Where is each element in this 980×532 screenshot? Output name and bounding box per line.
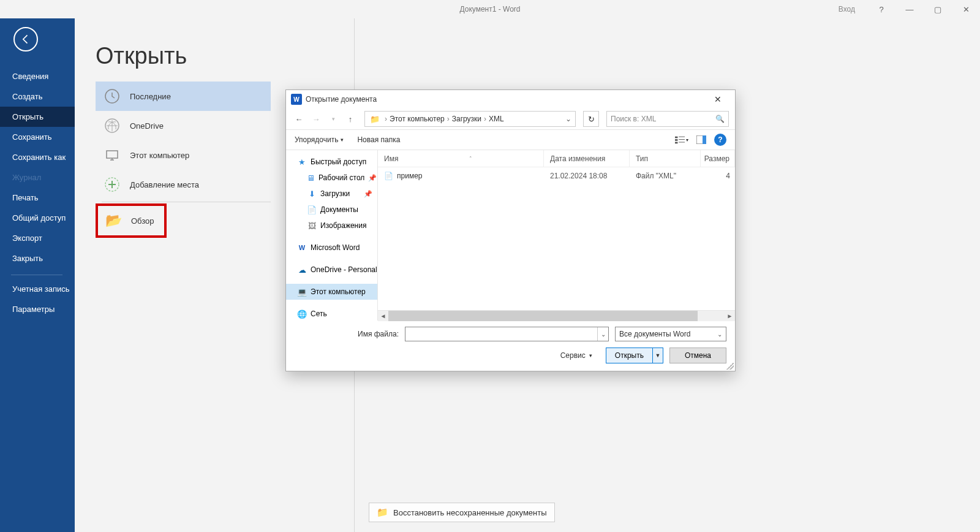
tree-pictures[interactable]: 🖼Изображения	[286, 218, 377, 234]
folder-icon: 📁	[377, 507, 388, 518]
button-row: Сервис▾ Открыть ▼ Отмена	[295, 348, 726, 363]
chevron-right-icon: ›	[484, 115, 486, 123]
sidebar-item-open[interactable]: Открыть	[0, 107, 75, 127]
filename-row: Имя файла: ⌄ Все документы Word⌄	[295, 327, 726, 341]
sidebar-item-save[interactable]: Сохранить	[0, 127, 75, 147]
nav-up-button[interactable]: ↑	[344, 112, 357, 126]
nav-forward-button: →	[309, 112, 323, 126]
word-icon: W	[291, 94, 302, 105]
sidebar-item-close[interactable]: Закрыть	[0, 248, 75, 268]
login-link[interactable]: Вход	[839, 5, 855, 13]
horizontal-scrollbar[interactable]: ◄ ►	[378, 310, 735, 321]
svg-rect-11	[703, 135, 706, 144]
scroll-left-button[interactable]: ◄	[378, 311, 388, 321]
dialog-close-button[interactable]: ✕	[706, 92, 730, 107]
dialog-body: ★Быстрый доступ 🖥Рабочий стол📌 ⬇Загрузки…	[286, 150, 735, 321]
sidebar-item-new[interactable]: Создать	[0, 86, 75, 107]
search-input[interactable]: Поиск в: XML 🔍	[606, 111, 729, 127]
svg-rect-9	[679, 142, 685, 143]
open-button[interactable]: Открыть ▼	[606, 348, 663, 363]
file-list-header: Имя˄ Дата изменения Тип Размер	[378, 150, 735, 167]
scroll-thumb[interactable]	[388, 311, 698, 321]
new-folder-button[interactable]: Новая папка	[357, 135, 400, 144]
view-options-button[interactable]: ▾	[675, 133, 688, 146]
dialog-bottom: Имя файла: ⌄ Все документы Word⌄ Сервис▾…	[286, 321, 735, 371]
column-name[interactable]: Имя˄	[378, 150, 544, 167]
filename-input[interactable]: ⌄	[405, 327, 609, 341]
sort-indicator-icon: ˄	[469, 156, 472, 162]
preview-pane-button[interactable]	[695, 133, 708, 146]
word-icon: W	[297, 244, 307, 251]
help-button[interactable]: ?	[867, 0, 895, 18]
plus-icon	[102, 174, 123, 195]
maximize-button[interactable]: ▢	[924, 0, 952, 18]
recover-unsaved-button[interactable]: 📁 Восстановить несохраненные документы	[369, 503, 555, 522]
location-label: OneDrive	[130, 121, 164, 131]
minimize-button[interactable]: —	[895, 0, 924, 18]
breadcrumb-p2[interactable]: XML	[489, 115, 504, 123]
location-browse[interactable]: 📂 Обзор	[96, 203, 167, 238]
close-button[interactable]: ✕	[952, 0, 980, 18]
recover-label: Восстановить несохраненные документы	[393, 508, 547, 517]
file-list-pane: Имя˄ Дата изменения Тип Размер 📄пример 2…	[378, 150, 735, 321]
sidebar-item-options[interactable]: Параметры	[0, 299, 75, 319]
tree-downloads[interactable]: ⬇Загрузки📌	[286, 186, 377, 202]
help-icon[interactable]: ?	[714, 134, 726, 146]
sidebar-item-info[interactable]: Сведения	[0, 66, 75, 86]
tree-quick-access[interactable]: ★Быстрый доступ	[286, 154, 377, 170]
sidebar-item-share[interactable]: Общий доступ	[0, 208, 75, 228]
network-icon: 🌐	[297, 310, 307, 319]
pin-icon: 📌	[364, 190, 372, 198]
location-addplace[interactable]: Добавление места	[96, 170, 271, 199]
location-thispc[interactable]: Этот компьютер	[96, 140, 271, 170]
tree-onedrive[interactable]: ☁OneDrive - Personal	[286, 262, 377, 278]
organize-menu[interactable]: Упорядочить▾	[295, 135, 344, 144]
folder-tree: ★Быстрый доступ 🖥Рабочий стол📌 ⬇Загрузки…	[286, 150, 378, 321]
nav-back-button[interactable]: ←	[292, 112, 306, 126]
chevron-right-icon: ›	[385, 115, 387, 123]
location-list: Последние OneDrive Этот компьютер Добавл…	[96, 82, 271, 238]
svg-rect-8	[675, 142, 677, 144]
tree-network[interactable]: 🌐Сеть	[286, 306, 377, 321]
location-onedrive[interactable]: OneDrive	[96, 111, 271, 140]
file-row[interactable]: 📄пример 21.02.2024 18:08 Файл "XML" 4	[378, 167, 735, 184]
cancel-button[interactable]: Отмена	[669, 348, 726, 363]
svg-rect-4	[675, 137, 677, 139]
refresh-button[interactable]: ↻	[583, 111, 599, 127]
tree-msword[interactable]: WMicrosoft Word	[286, 240, 377, 256]
breadcrumb-bar[interactable]: 📁 › Этот компьютер › Загрузки › XML ⌄	[364, 111, 576, 127]
folder-open-icon: 📂	[103, 210, 124, 231]
sidebar-item-saveas[interactable]: Сохранить как	[0, 147, 75, 167]
location-recent[interactable]: Последние	[96, 82, 271, 111]
breadcrumb-p1[interactable]: Загрузки	[452, 115, 481, 123]
service-menu[interactable]: Сервис▾	[560, 351, 592, 360]
tree-thispc[interactable]: 💻Этот компьютер	[286, 284, 377, 300]
scroll-right-button[interactable]: ►	[725, 311, 735, 321]
breadcrumb-dropdown[interactable]: ⌄	[562, 115, 575, 123]
window-controls: Вход ? — ▢ ✕	[839, 0, 980, 18]
pin-icon: 📌	[368, 174, 377, 182]
download-icon: ⬇	[307, 189, 317, 199]
column-size[interactable]: Размер	[701, 150, 735, 167]
back-button[interactable]	[13, 27, 38, 51]
backstage-sidebar: Сведения Создать Открыть Сохранить Сохра…	[0, 18, 75, 532]
open-split-dropdown[interactable]: ▼	[653, 348, 663, 363]
column-date[interactable]: Дата изменения	[544, 150, 630, 167]
resize-grip[interactable]	[726, 362, 734, 370]
filetype-select[interactable]: Все документы Word⌄	[615, 327, 726, 341]
dialog-nav: ← → ▾ ↑ 📁 › Этот компьютер › Загрузки › …	[286, 108, 735, 129]
tree-documents[interactable]: 📄Документы	[286, 202, 377, 218]
breadcrumb-root[interactable]: Этот компьютер	[390, 115, 445, 123]
tree-desktop[interactable]: 🖥Рабочий стол📌	[286, 170, 377, 186]
sidebar-item-print[interactable]: Печать	[0, 188, 75, 208]
svg-rect-2	[107, 151, 118, 158]
app-titlebar: Документ1 - Word Вход ? — ▢ ✕	[0, 0, 980, 18]
column-type[interactable]: Тип	[630, 150, 701, 167]
filename-history-dropdown[interactable]: ⌄	[597, 327, 608, 341]
nav-recent-dropdown[interactable]: ▾	[326, 112, 340, 126]
sidebar-item-account[interactable]: Учетная запись	[0, 279, 75, 299]
dialog-title: Открытие документа	[306, 95, 377, 104]
scroll-track[interactable]	[388, 311, 725, 321]
sidebar-item-export[interactable]: Экспорт	[0, 228, 75, 248]
cloud-icon	[102, 115, 123, 136]
